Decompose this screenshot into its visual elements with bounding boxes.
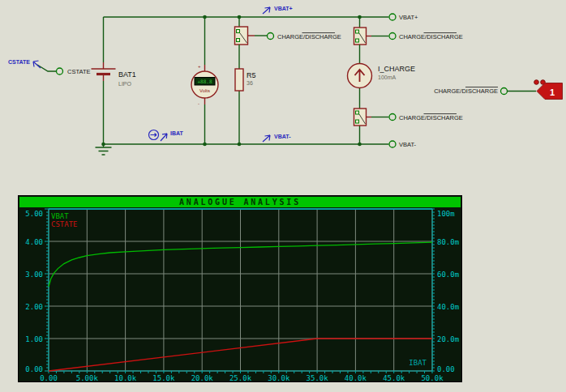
terminal-vbat-plus[interactable]: VBAT+ [389,14,418,21]
charge-discharge-label-top: CHARGE/DISCHARGE [399,33,463,40]
vbat-minus-terminal-label: VBAT- [399,141,417,148]
switch-charge-mid[interactable]: CHARGE/DISCHARGE [235,17,341,45]
terminal-cstate[interactable] [57,68,63,75]
current-probe-ibat[interactable]: IBAT [149,130,184,142]
logic-state-probe[interactable]: CHARGE/DISCHARGE 1 [434,80,562,100]
resistor-ref: R5 [247,71,256,79]
svg-text:VBAT+: VBAT+ [274,6,293,11]
proteus-workspace: { "schematic": { "labels": { "cstate_wir… [0,0,566,392]
analysis-plot[interactable]: 0.001.002.003.004.005.000.0020.0m40.0m60… [19,196,463,383]
x-axis-label: 40.0k [345,374,367,382]
x-axis-label: 10.0k [114,374,137,382]
x-axis-label: 20.0k [191,374,214,382]
ibat-wire-label: IBAT [170,130,184,136]
voltmeter-unit: Volts [199,88,210,93]
right-axis-label: 0.00 [437,365,455,373]
left-axis-label: 1.00 [25,335,43,343]
wire-label-arrow-cstate [33,61,41,68]
graph-title: ANALOGUE ANALYSIS [179,198,301,207]
wire-label-arrow-ibat [161,134,167,141]
left-axis-label: 0.00 [25,365,43,373]
terminal-charge-discharge-probe[interactable] [501,88,508,95]
terminal-charge-discharge-mid[interactable] [268,33,274,40]
graph-title-bar[interactable]: ANALOGUE ANALYSIS [19,197,461,207]
x-axis-label: 25.0k [229,374,252,382]
left-axis-label: 4.00 [25,238,43,246]
right-axis-label: 80.0m [437,238,459,246]
voltmeter[interactable]: + - +88.8 Volts [191,17,218,144]
current-source-value: 100mA [378,75,397,80]
legend-ibat: IBAT [409,359,427,367]
voltmeter-minus: - [198,101,199,106]
right-axis-label: 60.0m [437,271,459,279]
x-axis-label: 35.0k [307,374,329,382]
logic-state-value: 1 [550,87,555,97]
resistor-r5[interactable]: R5 36 [235,45,256,144]
x-axis-label: 5.00k [76,374,99,382]
wire-label-vbat-minus: VBAT- [263,134,291,142]
cstate-terminal[interactable]: CSTATE CSTATE [8,59,90,75]
schematic-canvas[interactable]: BAT1 LIPO CSTATE CSTATE + - +88.8 Volts … [0,0,566,194]
x-axis-label: 15.0k [152,374,175,382]
probe-dot [534,80,539,85]
switch-charge-bottom-right[interactable]: CHARGE/DISCHARGE [354,109,463,126]
voltmeter-plus: + [198,64,201,69]
switch-charge-top-right[interactable]: CHARGE/DISCHARGE [354,17,463,45]
probe-arrow [151,134,157,137]
terminal-vbat-minus[interactable]: VBAT- [389,141,417,148]
x-axis-label: 45.0k [383,374,405,382]
legend-vbat: VBAT [51,212,69,220]
current-source-icharge[interactable]: I_CHARGE 100mA [348,45,416,144]
cstate-terminal-label: CSTATE [67,68,90,75]
x-axis-label: 30.0k [268,374,290,382]
right-axis-label: 20.0m [437,335,459,343]
resistor-body[interactable] [235,69,243,91]
right-axis-label: 40.0m [437,303,459,311]
terminal-charge-discharge-top[interactable] [389,33,396,40]
charge-discharge-label-probe: CHARGE/DISCHARGE [434,87,498,95]
left-axis-label: 3.00 [25,271,43,279]
left-axis-label: 5.00 [25,210,43,218]
cstate-wire-label: CSTATE [8,59,30,65]
svg-text:VBAT-: VBAT- [274,134,291,139]
vbat-plus-terminal-label: VBAT+ [399,14,418,21]
right-axis-label: 100m [437,210,455,218]
analogue-analysis-window[interactable]: 0.001.002.003.004.005.000.0020.0m40.0m60… [18,195,462,382]
terminal-charge-discharge-bottom[interactable] [389,114,396,121]
x-axis-label: 50.0k [421,374,444,382]
battery-ref: BAT1 [118,70,136,79]
legend-cstate: CSTATE [51,220,78,228]
current-source-ref: I_CHARGE [378,65,415,73]
resistor-value: 36 [247,80,253,86]
wire-label-vbat-plus: VBAT+ [263,6,293,14]
x-axis-label: 0.00 [40,374,58,382]
battery-bat1[interactable]: BAT1 LIPO [92,17,136,144]
charge-discharge-label-mid: CHARGE/DISCHARGE [277,33,341,40]
left-axis-label: 2.00 [25,303,43,311]
charge-discharge-label-bottom: CHARGE/DISCHARGE [399,114,463,121]
voltmeter-reading: +88.8 [197,79,212,84]
battery-value: LIPO [118,81,132,87]
